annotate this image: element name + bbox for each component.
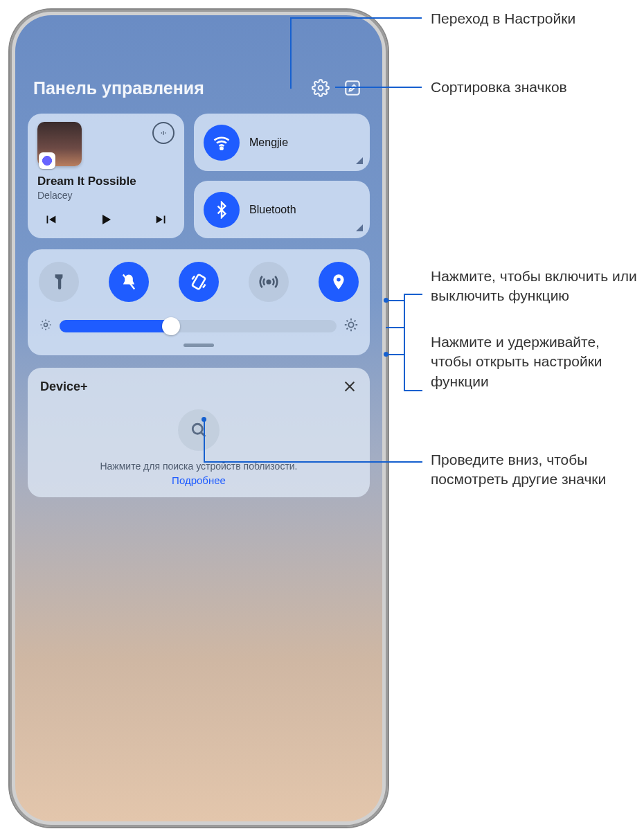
album-art [37,122,82,166]
svg-point-7 [348,322,353,327]
song-title: Dream It Possible [37,175,175,188]
leader-line [404,390,422,391]
svg-point-6 [44,323,48,327]
wifi-icon [204,125,240,161]
svg-point-5 [337,278,340,281]
leader-line [386,327,404,328]
leader-line [204,419,205,462]
leader-line [204,461,422,463]
bluetooth-icon [204,192,240,228]
rotate-toggle[interactable] [179,262,219,302]
brightness-low-icon [39,318,53,335]
leader-line [386,300,404,301]
callout-sort: Сортировка значков [431,78,567,97]
next-track-icon[interactable] [152,211,170,229]
expand-corner-icon [356,224,363,231]
leader-line [335,87,422,88]
svg-point-8 [193,424,202,434]
artist-name: Delacey [37,190,175,201]
leader-dot [202,417,206,422]
callout-swipe: Проведите вниз, чтобы посмотреть другие … [431,450,638,490]
prev-track-icon[interactable] [42,211,60,229]
expand-corner-icon [356,157,363,164]
close-icon[interactable] [342,379,357,394]
leader-line [404,294,405,391]
search-devices-button[interactable] [178,409,220,451]
bluetooth-label: Bluetooth [249,204,296,216]
callout-hold: Нажмите и удерживайте, чтобы открыть нас… [431,332,638,391]
control-panel: Панель управления Dream It Possible Dela… [15,15,382,497]
drag-handle-icon[interactable] [184,344,214,347]
brightness-high-icon [343,317,359,335]
media-card[interactable]: Dream It Possible Delacey [28,114,184,238]
location-toggle[interactable] [319,262,359,302]
cast-audio-icon[interactable] [152,122,175,144]
edit-icon[interactable] [341,76,364,100]
top-row: Dream It Possible Delacey Mengjie [28,114,370,238]
leader-line [290,17,292,89]
flashlight-toggle[interactable] [39,262,79,302]
phone-screen: Панель управления Dream It Possible Dela… [15,15,382,821]
svg-point-4 [267,280,271,284]
brightness-row [39,317,359,335]
callout-tap: Нажмите, чтобы включить или выключить фу… [431,267,638,306]
leader-line [386,354,404,355]
leader-line [290,17,422,19]
brightness-slider[interactable] [60,320,337,332]
header-bar: Панель управления [28,76,370,100]
device-plus-card: Device+ Нажмите для поиска устройств поб… [28,368,370,497]
play-icon[interactable] [97,211,115,229]
phone-frame: Панель управления Dream It Possible Dela… [10,10,388,827]
svg-point-2 [220,147,222,149]
hotspot-toggle[interactable] [249,262,289,302]
gear-icon[interactable] [309,76,332,100]
page-title: Панель управления [33,78,301,98]
svg-rect-1 [346,81,359,95]
bluetooth-card[interactable]: Bluetooth [194,181,370,238]
learn-more-link[interactable]: Подробнее [40,474,357,486]
leader-line [404,294,422,295]
callout-settings: Переход в Настройки [431,9,575,28]
svg-point-0 [319,86,323,91]
wifi-card[interactable]: Mengjie [194,114,370,171]
wifi-label: Mengjie [249,136,288,149]
quick-toggles-panel [28,249,370,355]
mute-toggle[interactable] [109,262,149,302]
device-plus-title: Device+ [40,380,88,394]
